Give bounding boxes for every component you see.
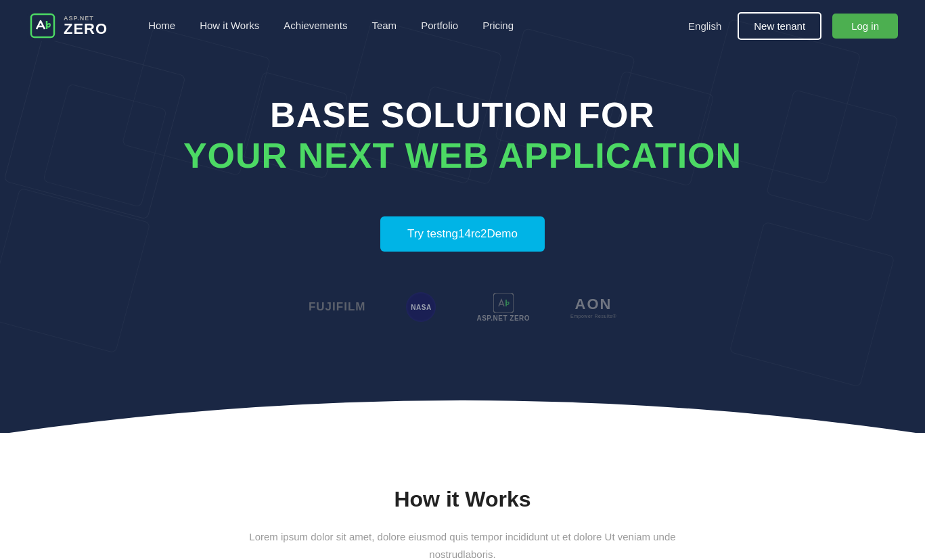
logo-text: ASP.NET ZERO bbox=[64, 15, 108, 37]
how-it-works-title: How it Works bbox=[27, 487, 898, 512]
aon-logo: AON Empower Results® bbox=[570, 296, 616, 319]
site-logo[interactable]: ASP.NET ZERO bbox=[27, 10, 108, 41]
hero-content: BASE SOLUTION FOR YOUR NEXT WEB APPLICAT… bbox=[170, 95, 755, 252]
logo-icon bbox=[27, 10, 58, 41]
hero-title-line2: YOUR NEXT WEB APPLICATION bbox=[183, 135, 742, 176]
demo-button[interactable]: Try testng14rc2Demo bbox=[380, 216, 545, 252]
nav-links: Home How it Works Achievements Team Port… bbox=[148, 20, 683, 32]
language-button[interactable]: English bbox=[683, 18, 727, 34]
nasa-logo: NASA bbox=[406, 292, 436, 322]
aspnet-zero-logo: ASP.NET ZERO bbox=[476, 293, 530, 322]
hero-title-line1: BASE SOLUTION FOR bbox=[183, 95, 742, 135]
nav-link-achievements[interactable]: Achievements bbox=[284, 20, 347, 31]
nav-link-pricing[interactable]: Pricing bbox=[482, 20, 514, 31]
nav-link-how-it-works[interactable]: How it Works bbox=[200, 20, 259, 31]
how-it-works-desc: Lorem ipsum dolor sit amet, dolore eiusm… bbox=[226, 528, 700, 560]
hero-logos: FUJIFILM NASA ASP.NET ZERO AON Empower R… bbox=[309, 292, 616, 322]
fujifilm-logo: FUJIFILM bbox=[309, 300, 366, 314]
new-tenant-button[interactable]: New tenant bbox=[738, 12, 821, 40]
svg-rect-2 bbox=[493, 293, 514, 313]
nav-link-team[interactable]: Team bbox=[371, 20, 397, 31]
nav-right: English New tenant Log in bbox=[683, 12, 898, 40]
nav-link-home[interactable]: Home bbox=[148, 20, 175, 31]
login-button[interactable]: Log in bbox=[832, 14, 898, 39]
hero-curve bbox=[0, 380, 925, 433]
hero-section: BASE SOLUTION FOR YOUR NEXT WEB APPLICAT… bbox=[0, 0, 925, 433]
nav-link-portfolio[interactable]: Portfolio bbox=[421, 20, 458, 31]
navbar: ASP.NET ZERO Home How it Works Achieveme… bbox=[0, 0, 925, 51]
how-it-works-section: How it Works Lorem ipsum dolor sit amet,… bbox=[0, 433, 925, 560]
